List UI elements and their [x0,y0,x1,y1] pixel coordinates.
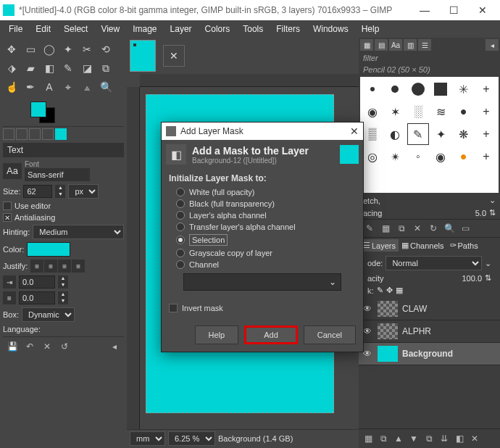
delete-options-icon[interactable]: ✕ [41,340,54,353]
indent-input[interactable] [19,275,55,289]
brush-item[interactable] [384,78,406,100]
brush-item[interactable]: ◎ [362,146,383,167]
menu-edit[interactable]: Edit [30,22,57,36]
use-editor-checkbox[interactable] [3,202,12,210]
visibility-icon[interactable]: 👁 [363,304,373,314]
line-spacing-input[interactable] [19,291,55,304]
lock-position-icon[interactable]: ✥ [386,286,393,295]
brush-item[interactable]: ≋ [430,101,451,123]
up-layer-icon[interactable]: ▲ [392,432,405,445]
brush-item[interactable] [407,78,429,100]
measure-tool[interactable]: ⟁ [78,78,96,96]
brush-item[interactable]: ● [452,146,474,167]
patterns-tab[interactable]: ▤ [375,39,388,51]
dup-brush-icon[interactable]: ⧉ [395,222,408,235]
zoom-brush-icon[interactable]: 🔍 [443,222,456,235]
move-tool[interactable]: ✥ [3,41,20,58]
zoom-select[interactable]: 6.25 % [168,431,215,446]
brush-item[interactable]: ░ [407,101,429,123]
brush-item[interactable]: ● [452,101,474,123]
edit-brush-icon[interactable]: ✎ [363,222,376,235]
pencil-tool[interactable]: ✎ [59,59,77,77]
menu-tools[interactable]: Tools [237,22,269,36]
transform-tool[interactable]: ⟲ [97,41,114,58]
active-image-indicator[interactable] [55,128,67,140]
justify-right[interactable]: ≡ [44,260,57,273]
hinting-select[interactable]: Medium [33,225,124,239]
invert-mask-checkbox[interactable] [169,304,178,312]
font-icon[interactable]: Aa [3,163,22,179]
layer-name[interactable]: Background [402,349,453,359]
mask-layer-icon[interactable]: ◧ [453,432,466,445]
brush-item[interactable]: + [475,146,497,167]
menu-icon[interactable]: ◂ [108,340,121,353]
maximize-button[interactable]: ☐ [439,0,468,20]
picker-tool[interactable]: ⌖ [59,78,77,96]
brush-item[interactable]: ▒ [362,123,383,145]
folder-brush-icon[interactable]: ▭ [459,222,472,235]
restore-options-icon[interactable]: ↶ [23,340,36,353]
brush-item[interactable]: ✶ [384,101,406,123]
dock-menu-icon[interactable]: ◂ [486,39,499,51]
rect-select-tool[interactable]: ▭ [22,41,39,58]
help-button[interactable]: Help [195,325,239,344]
close-button[interactable]: ✕ [468,0,497,20]
chevron-down-icon[interactable]: ⌄ [383,196,496,205]
save-options-icon[interactable]: 💾 [6,340,19,353]
brush-item[interactable]: ❋ [452,123,474,145]
vertical-ruler[interactable] [127,87,140,429]
indicator-2[interactable] [16,128,28,140]
antialiasing-checkbox[interactable]: ✕ [3,213,12,222]
menu-select[interactable]: Select [58,22,93,36]
dialog-titlebar[interactable]: Add Layer Mask ✕ [162,123,363,140]
radio-white[interactable]: White (full opacity) [169,186,356,198]
new-brush-icon[interactable]: ▦ [379,222,392,235]
radio-selection[interactable]: Selection [169,233,356,247]
refresh-brush-icon[interactable]: ↻ [427,222,440,235]
add-button[interactable]: Add [244,325,298,344]
radio-grayscale[interactable]: Grayscale copy of layer [169,247,356,259]
new-layer-icon[interactable]: ▦ [362,432,375,445]
visibility-icon[interactable]: 👁 [363,349,373,359]
menu-image[interactable]: Image [127,22,162,36]
mode-switch-icon[interactable]: ⌄ [485,259,491,268]
justify-left[interactable]: ≡ [30,260,43,273]
close-image-button[interactable]: ✕ [163,45,185,67]
menu-view[interactable]: View [95,22,125,36]
line-spacing-spinner[interactable]: ▲▼ [58,291,68,304]
size-unit[interactable]: px [68,184,99,199]
channels-tab[interactable]: ▦ Channels [399,239,446,252]
indicator-1[interactable] [3,128,14,140]
size-spinner[interactable]: ▲▼ [55,185,65,198]
warp-tool[interactable]: ⬗ [3,59,20,77]
brush-item[interactable]: ✴ [384,146,406,167]
brush-item[interactable] [362,78,383,100]
image-thumbnail[interactable] [130,40,156,72]
dup-layer-icon[interactable]: ⧉ [422,432,436,445]
paths-tab[interactable]: ✑ Paths [447,239,481,252]
brush-item[interactable]: ◦ [407,146,429,167]
lock-alpha-icon[interactable]: ▦ [396,286,403,295]
reset-options-icon[interactable]: ↺ [58,340,71,353]
zoom-tool[interactable]: 🔍 [97,78,114,96]
brush-filter[interactable]: filter [359,52,500,64]
smudge-tool[interactable]: ☝ [3,78,20,96]
lock-paint-icon[interactable]: ✎ [377,286,383,295]
group-layer-icon[interactable]: ⧉ [377,432,390,445]
path-tool[interactable]: ✒ [22,78,39,96]
spacing-value[interactable]: 5.0 [385,209,486,217]
justify-center[interactable]: ≡ [58,260,71,273]
spacing-spinner[interactable]: ⇅ [489,208,496,217]
font-input[interactable] [25,168,90,181]
bucket-tool[interactable]: ▰ [22,59,39,77]
del-brush-icon[interactable]: ✕ [411,222,424,235]
opacity-value[interactable]: 100.0 [387,274,482,283]
crop-tool[interactable]: ✂ [78,41,96,58]
menu-filters[interactable]: Filters [270,22,306,36]
cancel-button[interactable]: Cancel [304,325,356,344]
box-select[interactable]: Dynamic [22,307,75,322]
menu-file[interactable]: File [3,22,28,36]
doc-tab[interactable]: ☰ [418,39,431,51]
indicator-4[interactable] [42,128,54,140]
layer-name[interactable]: CLAW [402,304,427,314]
